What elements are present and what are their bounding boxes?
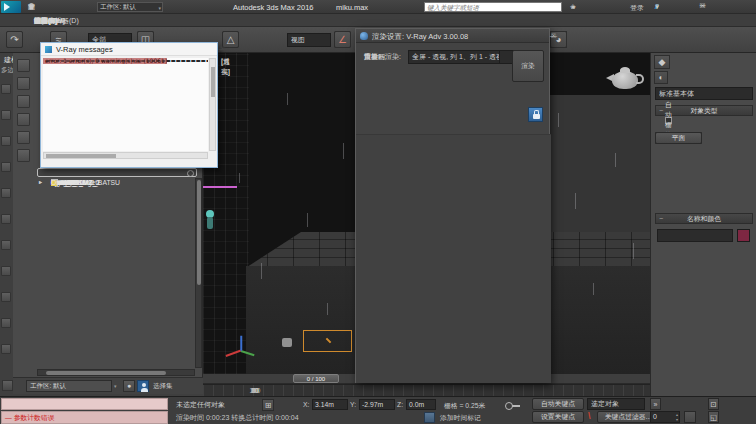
- user-avatar-icon[interactable]: ●: [568, 2, 578, 12]
- time-tag-icon[interactable]: [424, 412, 435, 423]
- primitive-button[interactable]: 平面: [655, 132, 702, 144]
- explorer-tool-icon[interactable]: [17, 77, 30, 90]
- list-item[interactable]: Omni03: [37, 178, 51, 188]
- rain-streak: [633, 243, 634, 259]
- vray-window-titlebar[interactable]: V-Ray messages —□×: [41, 43, 217, 56]
- chevron-down-icon: ▾: [158, 4, 161, 12]
- viewport-lock-toggle[interactable]: [528, 107, 543, 122]
- selected-spline: [203, 186, 237, 188]
- current-frame-field[interactable]: 0▴▾: [650, 411, 680, 423]
- viewport-tab-icon[interactable]: [1, 162, 11, 172]
- help-search-box[interactable]: [424, 2, 562, 12]
- key-icon: [505, 402, 513, 410]
- explorer-search-input[interactable]: [37, 168, 197, 177]
- select-by-name-icon[interactable]: [137, 380, 149, 392]
- viewport-shading-menu[interactable]: [真实]: [221, 57, 230, 77]
- auto-key-button[interactable]: 自动关键点: [532, 398, 584, 410]
- viewport-tab-icon[interactable]: [1, 240, 11, 250]
- maxscript-mini-listener[interactable]: — 参数计数错误: [1, 411, 168, 424]
- explorer-tool-icon[interactable]: [17, 95, 30, 108]
- max-logo-icon[interactable]: [1, 1, 21, 13]
- viewport-tab-icon[interactable]: [1, 136, 11, 146]
- help-caret-icon[interactable]: ▾: [652, 2, 662, 12]
- prompt-line: 渲染时间 0:00:23 转换总计时间 0:00:04: [176, 413, 299, 423]
- left-toolbar-strip: [0, 78, 13, 378]
- viewport-tab-icon[interactable]: [1, 266, 11, 276]
- steering-wheel-icon[interactable]: [2, 380, 13, 391]
- viewport-tab-icon[interactable]: [1, 214, 11, 224]
- zoom-region-icon[interactable]: ⊡: [708, 398, 719, 410]
- signin-label[interactable]: 登录: [630, 3, 644, 13]
- explorer-workspace-field[interactable]: 工作区: 默认: [26, 380, 112, 392]
- menu-item[interactable]: 帮助(H): [28, 14, 64, 27]
- maximize-viewport-icon[interactable]: ◱: [708, 411, 719, 423]
- set-keys-icon[interactable]: \: [588, 411, 591, 421]
- redo-icon[interactable]: ↷: [26, 2, 37, 12]
- spinner-icon[interactable]: ▴▾: [676, 412, 678, 422]
- y-coordinate-field[interactable]: -2.97m: [359, 399, 395, 410]
- macro-recorder-pane[interactable]: [1, 398, 168, 410]
- settings-dropdown[interactable]: 全屏 - 透视, 列 1、列 1 - 透视, 列 ∨: [408, 50, 500, 64]
- primitive-category-dropdown[interactable]: 标准基本体∨: [655, 87, 753, 100]
- explorer-tool-icon[interactable]: [17, 113, 30, 126]
- explorer-tool-icon[interactable]: [17, 131, 30, 144]
- coordinate-system-dropdown[interactable]: 视图∨: [287, 33, 331, 47]
- z-label: Z:: [397, 401, 403, 408]
- render-button[interactable]: 渲染: [512, 50, 544, 82]
- search-input[interactable]: [425, 3, 561, 11]
- viewport-tab-icon[interactable]: [1, 110, 11, 120]
- titlebar: ▯▱▣↶↷ 工作区: 默认▾ Autodesk 3ds Max 2016 mik…: [0, 0, 756, 14]
- time-slider-handle[interactable]: 0 / 100: [293, 374, 339, 383]
- explorer-tool-icon[interactable]: [17, 149, 30, 162]
- object-name-field[interactable]: [657, 229, 733, 242]
- vray-close-button[interactable]: ×: [215, 43, 230, 55]
- utilities-tab-icon[interactable]: ◆: [654, 55, 670, 69]
- selection-set-label[interactable]: 选择集: [153, 382, 173, 391]
- viewport-tab-icon[interactable]: [1, 84, 11, 94]
- command-panel: +∿≡◎▢◆ ●◠☼◉◇≈◐ 标准基本体∨ 对象类型 自动栅格 长方体圆锥体球体…: [650, 53, 756, 396]
- vray-message-log[interactable]: ========================================…: [43, 58, 208, 151]
- object-name-input[interactable]: [658, 230, 732, 241]
- chevron-down-icon[interactable]: ▾: [114, 383, 117, 389]
- name-color-rollout[interactable]: 名称和颜色: [655, 213, 753, 224]
- rain-streak: [615, 153, 616, 167]
- grid-size-label: 栅格 = 0.25米: [444, 401, 485, 411]
- object-color-swatch[interactable]: [737, 229, 750, 242]
- transform-typein-icon[interactable]: ⊞: [262, 399, 274, 411]
- key-mode-toggle[interactable]: [684, 411, 696, 423]
- angle-snap-icon[interactable]: ∠: [334, 31, 351, 48]
- rain-streak: [558, 113, 559, 127]
- add-time-tag-label[interactable]: 添加时间标记: [440, 413, 481, 423]
- log-line: ========================================…: [43, 58, 208, 64]
- rain-streak: [307, 213, 308, 227]
- z-coordinate-field[interactable]: 0.0m: [406, 399, 436, 410]
- x-coordinate-field[interactable]: 3.14m: [312, 399, 348, 410]
- explorer-vertical-scrollbar[interactable]: [195, 178, 202, 368]
- workspace-dropdown[interactable]: 工作区: 默认▾: [97, 2, 163, 12]
- viewport-tab-icon[interactable]: [1, 344, 11, 354]
- display-mode-icon[interactable]: ●: [123, 380, 135, 392]
- render-dialog-titlebar[interactable]: 渲染设置: V-Ray Adv 3.00.08 —□×: [356, 29, 549, 43]
- redo-icon[interactable]: ↷: [6, 31, 23, 48]
- systems-icon[interactable]: ◐: [654, 71, 668, 84]
- rain-streak: [327, 303, 328, 315]
- go-to-end-icon[interactable]: »: [650, 398, 661, 410]
- 3dsmax-window: ▯▱▣↶↷ 工作区: 默认▾ Autodesk 3ds Max 2016 mik…: [0, 0, 756, 424]
- explorer-tool-icon[interactable]: [17, 59, 30, 72]
- menubar: 编辑(E)工具(T)组(G)视图(V)创建(C)修改器(M)动画(A)图形编辑器…: [0, 14, 756, 27]
- rain-streak: [287, 93, 288, 105]
- close-button[interactable]: ×: [692, 0, 713, 13]
- vray-horizontal-scrollbar[interactable]: [43, 152, 208, 159]
- viewport-tab-icon[interactable]: [1, 292, 11, 302]
- rain-streak: [261, 263, 262, 279]
- chevron-down-icon: ∨: [414, 54, 418, 60]
- viewport-tab-icon[interactable]: [1, 188, 11, 198]
- key-selection-dropdown[interactable]: 选定对象∨: [587, 398, 645, 410]
- render-dialog-title: 渲染设置: V-Ray Adv 3.00.08: [372, 32, 468, 42]
- vray-vertical-scrollbar[interactable]: [209, 58, 216, 151]
- set-key-button[interactable]: 设置关键点: [532, 411, 584, 423]
- viewport-tab-icon[interactable]: [1, 318, 11, 328]
- track-bar-ruler[interactable]: 2030405060708090100: [203, 384, 650, 396]
- rd-close-button[interactable]: ×: [547, 30, 560, 41]
- explorer-horizontal-scrollbar[interactable]: [37, 369, 195, 376]
